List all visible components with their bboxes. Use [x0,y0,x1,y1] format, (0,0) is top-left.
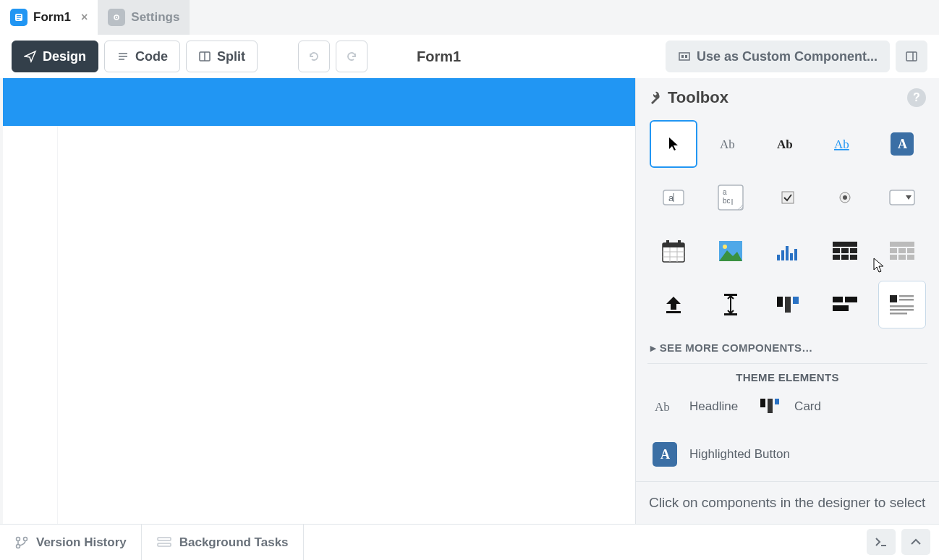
status-label: Background Tasks [179,535,289,550]
tab-settings[interactable]: Settings [98,0,190,35]
tool-link[interactable]: Ab [821,120,869,168]
headline-icon: Ab [650,392,679,421]
tool-flow-panel[interactable] [821,281,869,328]
tool-radio[interactable] [821,174,869,221]
svg-rect-79 [768,399,773,413]
redo-button[interactable] [336,41,367,72]
svg-rect-3 [17,19,20,20]
svg-text:Ab: Ab [655,400,670,414]
close-icon[interactable]: × [81,11,88,24]
theme-highlighted-button[interactable]: A Highlighted Button [650,440,790,469]
svg-rect-49 [841,248,849,253]
button-label: Code [135,49,168,64]
tool-data-grid[interactable] [821,227,869,275]
see-more-link[interactable]: SEE MORE COMPONENTS… [636,334,939,362]
svg-point-5 [116,17,117,18]
tool-repeating-panel[interactable] [878,227,926,275]
svg-rect-1 [17,15,21,16]
highlighted-button-icon: A [650,440,679,469]
chevron-up-icon [910,538,922,546]
statusbar: Version History Background Tasks [0,524,939,560]
console-button[interactable] [867,529,896,555]
component-icon [678,50,691,63]
tool-checkbox[interactable] [764,174,812,221]
status-label: Version History [36,535,127,550]
canvas-body[interactable] [3,126,635,524]
theme-headline[interactable]: Ab Headline [650,392,738,421]
svg-rect-56 [898,248,906,253]
svg-rect-68 [833,297,843,302]
tool-pointer[interactable] [650,120,697,168]
tool-rich-text[interactable] [878,281,926,328]
svg-rect-35 [678,240,681,245]
design-button[interactable]: Design [12,41,98,72]
page-title: Form1 [417,48,461,65]
theme-label: Headline [689,399,738,414]
divider [647,363,927,364]
canvas-main[interactable] [58,126,635,524]
svg-rect-78 [760,399,765,407]
theme-card[interactable]: Card [755,392,821,421]
button-label: Design [43,49,86,64]
toolbox-panel: Toolbox ? Ab Ab Ab A a [635,78,939,524]
tool-label-bold[interactable]: Ab [764,120,812,168]
svg-rect-72 [899,295,914,297]
svg-rect-45 [790,253,793,260]
svg-rect-42 [777,255,780,260]
undo-button[interactable] [298,41,330,72]
tool-spacer[interactable] [707,281,755,328]
version-history-button[interactable]: Version History [0,525,142,560]
tool-image[interactable] [707,227,755,275]
background-tasks-button[interactable]: Background Tasks [142,525,304,560]
svg-rect-59 [898,255,906,260]
custom-component-button[interactable]: Use as Custom Component... [666,41,890,72]
layout-panel-button[interactable] [896,41,927,72]
canvas-titlebar[interactable] [3,78,635,126]
svg-rect-11 [679,53,689,60]
lines-icon [116,50,129,63]
svg-rect-65 [777,297,783,307]
toolbar: Design Code Split Form1 Use as Custom Co… [0,35,939,78]
undo-icon [307,50,320,63]
svg-rect-57 [907,248,914,253]
tool-button[interactable]: A [878,120,926,168]
help-icon[interactable]: ? [907,88,926,107]
toolbox-title: Toolbox [668,88,728,107]
canvas[interactable] [3,78,635,524]
form-icon [10,9,27,26]
tool-column-panel[interactable] [764,281,812,328]
svg-rect-75 [890,309,914,311]
svg-rect-46 [794,249,797,260]
tool-textbox[interactable]: a [650,174,697,221]
svg-text:Ab: Ab [777,137,793,151]
tool-label[interactable]: Ab [707,120,755,168]
svg-rect-71 [890,295,897,302]
svg-rect-52 [841,255,849,260]
collapse-button[interactable] [901,529,930,555]
svg-rect-55 [890,248,897,253]
svg-rect-13 [685,55,687,58]
canvas-gutter [3,126,58,524]
tool-textarea[interactable]: abc [707,174,755,221]
svg-text:Ab: Ab [720,137,735,151]
svg-rect-43 [781,250,784,260]
tasks-icon [156,535,172,550]
svg-rect-60 [907,255,914,260]
svg-rect-31 [890,190,914,205]
svg-text:Ab: Ab [834,137,849,151]
tool-file-loader[interactable] [650,281,697,328]
tab-label: Form1 [33,10,71,25]
svg-rect-67 [793,297,799,304]
toolbox-header: Toolbox ? [636,78,939,114]
code-button[interactable]: Code [104,41,180,72]
tool-chart[interactable] [764,227,812,275]
split-button[interactable]: Split [186,41,258,72]
tool-datepicker[interactable] [650,227,697,275]
svg-rect-44 [786,246,789,260]
tool-dropdown[interactable] [878,174,926,221]
button-label: Use as Custom Component... [697,49,878,64]
svg-rect-51 [833,255,840,260]
tab-form1[interactable]: Form1 × [0,0,98,35]
svg-text:A: A [898,137,907,151]
svg-rect-76 [890,313,907,315]
